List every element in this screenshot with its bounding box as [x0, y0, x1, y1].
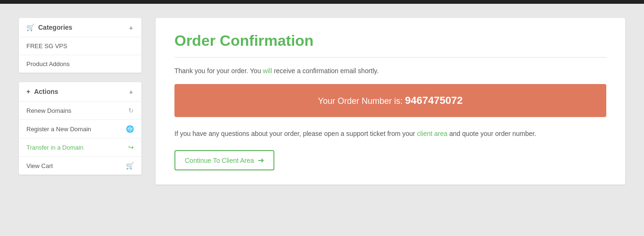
- sidebar-item-transfer-domain[interactable]: Transfer in a Domain ↪: [19, 138, 141, 157]
- order-banner-label: Your Order Number is:: [318, 96, 403, 106]
- divider: [174, 57, 606, 58]
- client-area-link[interactable]: client area: [417, 130, 447, 137]
- sidebar-item-product-addons[interactable]: Product Addons: [19, 55, 141, 73]
- page-wrapper: 🛒 Categories ▲ FREE SG VPS Product Addon…: [0, 4, 644, 199]
- plus-icon: +: [26, 88, 30, 95]
- categories-chevron-icon[interactable]: ▲: [128, 24, 134, 31]
- top-bar: [0, 0, 644, 4]
- actions-header: + Actions ▲: [19, 82, 141, 101]
- support-text-2: and quote your order number.: [447, 130, 536, 137]
- support-text-1: If you have any questions about your ord…: [174, 130, 417, 137]
- thank-you-text-2: receive a confirmation email shortly.: [272, 67, 379, 75]
- page-title: Order Confirmation: [174, 32, 606, 50]
- renew-domains-label: Renew Domains: [26, 107, 71, 114]
- cart-icon-action: 🛒: [126, 162, 134, 169]
- sidebar: 🛒 Categories ▲ FREE SG VPS Product Addon…: [19, 18, 141, 185]
- arrow-right-icon: ➔: [258, 156, 264, 165]
- renew-icon: ↻: [128, 107, 134, 114]
- order-number: 9467475072: [405, 94, 462, 106]
- transfer-icon: ↪: [128, 143, 134, 151]
- actions-chevron-icon[interactable]: ▲: [128, 88, 134, 95]
- cart-icon: 🛒: [26, 24, 34, 31]
- sidebar-item-renew-domains[interactable]: Renew Domains ↻: [19, 101, 141, 120]
- categories-card: 🛒 Categories ▲ FREE SG VPS Product Addon…: [19, 18, 141, 73]
- globe-icon: 🌐: [126, 125, 134, 133]
- product-addons-label: Product Addons: [26, 60, 70, 67]
- register-domain-label: Register a New Domain: [26, 126, 91, 133]
- free-sg-vps-label: FREE SG VPS: [26, 42, 67, 50]
- main-content: Order Confirmation Thank you for your or…: [156, 18, 625, 185]
- categories-label: Categories: [38, 24, 72, 31]
- actions-card: + Actions ▲ Renew Domains ↻ Register a N…: [19, 82, 141, 175]
- thank-you-text-1: Thank you for your order. You: [174, 67, 263, 75]
- categories-header: 🛒 Categories ▲: [19, 18, 141, 37]
- support-text: If you have any questions about your ord…: [174, 128, 606, 139]
- thank-you-text: Thank you for your order. You will recei…: [174, 67, 606, 75]
- continue-btn-label: Continue To Client Area: [185, 157, 254, 164]
- actions-label: Actions: [34, 88, 58, 95]
- thank-you-highlight: will: [263, 67, 272, 75]
- sidebar-item-free-sg-vps[interactable]: FREE SG VPS: [19, 37, 141, 55]
- view-cart-label: View Cart: [26, 162, 53, 169]
- order-number-banner: Your Order Number is: 9467475072: [174, 84, 606, 117]
- continue-to-client-area-button[interactable]: Continue To Client Area ➔: [174, 150, 274, 170]
- sidebar-item-view-cart[interactable]: View Cart 🛒: [19, 157, 141, 175]
- sidebar-item-register-domain[interactable]: Register a New Domain 🌐: [19, 120, 141, 138]
- transfer-domain-label: Transfer in a Domain: [26, 144, 83, 151]
